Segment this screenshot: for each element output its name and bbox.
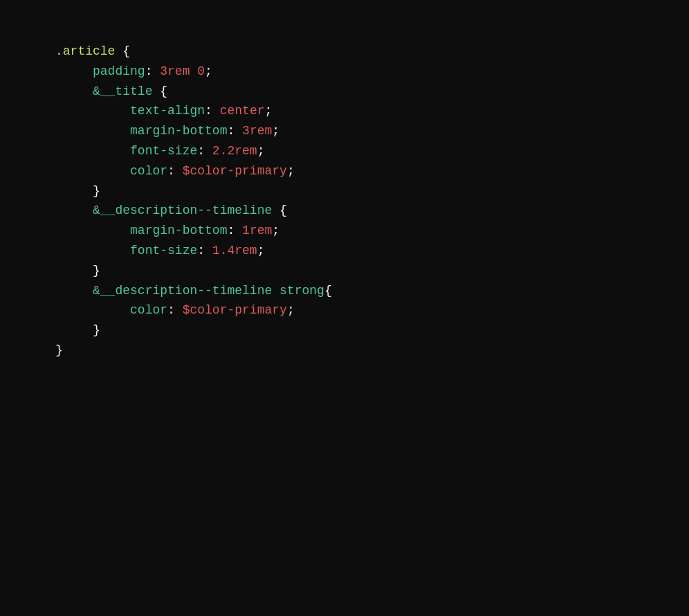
code-line: &__description--timeline {: [55, 201, 332, 221]
code-line: &__title {: [55, 82, 332, 102]
code-editor: .article { padding: 3rem 0; &__title { t…: [0, 0, 387, 402]
code-line: &__description--timeline strong{: [55, 281, 332, 301]
code-token: }: [55, 343, 63, 357]
code-token: {: [324, 284, 332, 298]
code-line: }: [55, 261, 332, 281]
code-token: :: [227, 224, 242, 237]
code-token: &__description--timeline strong: [93, 284, 324, 298]
code-token: $color-primary: [183, 164, 287, 178]
code-token: &__title: [93, 84, 160, 98]
code-token: text-align: [130, 104, 205, 118]
code-token: padding: [93, 64, 145, 78]
code-line: text-align: center;: [55, 101, 332, 121]
code-line: margin-bottom: 3rem;: [55, 121, 332, 141]
code-token: :: [167, 164, 183, 178]
code-token: font-size: [130, 144, 197, 158]
code-token: ;: [287, 164, 295, 178]
code-token: :: [227, 124, 242, 138]
code-token: }: [93, 184, 100, 198]
code-line: color: $color-primary;: [55, 300, 332, 320]
code-token: :: [145, 64, 160, 78]
code-token: &__description--timeline: [93, 203, 279, 217]
code-token: .article: [55, 44, 122, 58]
code-token: color: [130, 164, 167, 178]
code-token: 3rem 0: [160, 64, 205, 78]
code-line: color: $color-primary;: [55, 161, 332, 181]
code-token: :: [197, 144, 212, 158]
code-line: font-size: 1.4rem;: [55, 241, 332, 261]
code-token: color: [130, 303, 167, 317]
code-line: }: [55, 320, 332, 341]
code-token: ;: [272, 124, 279, 138]
code-token: center: [220, 104, 265, 118]
code-token: ;: [257, 244, 265, 257]
code-token: {: [122, 44, 130, 58]
code-line: font-size: 2.2rem;: [55, 141, 332, 161]
code-line: }: [55, 181, 332, 201]
code-token: {: [279, 203, 287, 217]
code-token: {: [160, 84, 167, 98]
code-token: 1.4rem: [212, 244, 257, 257]
code-line: padding: 3rem 0;: [55, 62, 332, 82]
code-line: .article {: [55, 42, 332, 62]
code-line: }: [55, 341, 332, 361]
code-token: 1rem: [242, 224, 272, 237]
code-token: }: [93, 264, 100, 278]
code-token: $color-primary: [183, 303, 287, 317]
code-token: 3rem: [242, 124, 272, 138]
code-token: }: [93, 323, 100, 337]
code-token: :: [197, 244, 212, 257]
code-token: ;: [257, 144, 265, 158]
code-token: ;: [205, 64, 212, 78]
code-token: :: [167, 303, 183, 317]
code-token: ;: [264, 104, 272, 118]
code-token: ;: [287, 303, 295, 317]
code-token: :: [205, 104, 220, 118]
code-token: 2.2rem: [212, 144, 257, 158]
code-token: font-size: [130, 244, 197, 257]
code-token: margin-bottom: [130, 224, 227, 237]
code-token: ;: [272, 224, 279, 237]
code-token: margin-bottom: [130, 124, 227, 138]
code-line: margin-bottom: 1rem;: [55, 221, 332, 241]
